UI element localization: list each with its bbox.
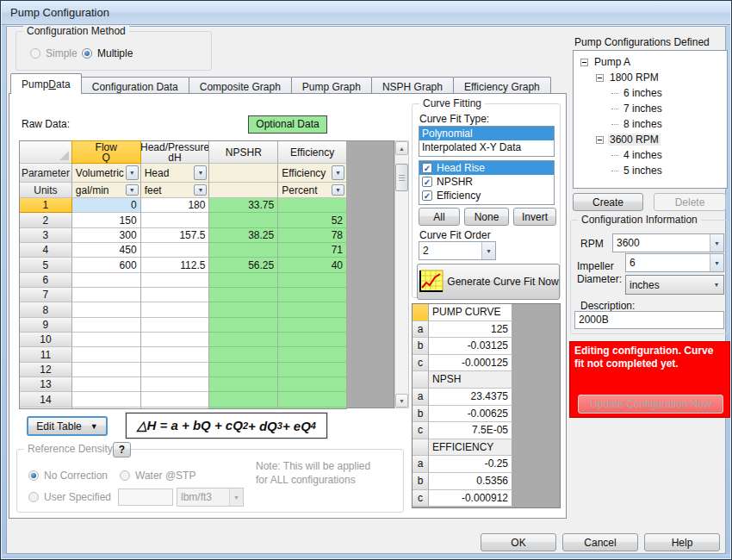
data-cell[interactable] [278,302,347,317]
tree-expander-icon[interactable] [596,74,604,82]
data-cell[interactable] [72,302,141,317]
data-cell[interactable]: 56.25 [209,258,278,272]
tree-node-4-inches[interactable]: 4 inches [574,147,727,163]
column-header-efficiency[interactable]: Efficiency [278,141,347,164]
data-cell[interactable]: 150 [72,213,141,227]
radio-water-stp[interactable]: Water @STP [120,470,195,482]
raw-data-table[interactable]: FlowQHead/PressuredHNPSHREfficiency Para… [19,140,347,409]
data-cell[interactable] [72,408,141,408]
data-cell[interactable] [141,363,210,377]
generate-curve-fit-button[interactable]: Generate Curve Fit Now [417,264,560,300]
data-cell[interactable] [72,377,141,392]
row-number[interactable]: 13 [20,377,72,392]
data-cell[interactable]: 180 [141,198,210,213]
data-cell[interactable] [141,377,210,392]
scroll-up-icon[interactable]: ▲ [395,141,408,155]
data-cell[interactable] [141,288,210,302]
ok-button[interactable]: OK [481,533,556,551]
row-number[interactable]: 12 [20,363,72,377]
data-cell[interactable] [278,408,347,408]
row-number[interactable]: 3 [20,228,72,243]
data-cell[interactable] [278,318,347,333]
data-cell[interactable] [209,243,278,258]
data-cell[interactable]: 52 [278,213,347,227]
data-cell[interactable] [209,302,278,317]
data-cell[interactable] [141,318,210,333]
data-cell[interactable] [278,392,347,407]
description-input[interactable]: 2000B [574,311,724,329]
checkbox-icon[interactable]: ✓ [422,163,432,173]
data-cell[interactable] [72,363,141,377]
data-cell[interactable] [209,392,278,407]
parameter-cell-4[interactable]: Efficiency▼ [278,164,347,183]
data-cell[interactable] [209,213,278,227]
help-question-button[interactable]: ? [113,442,131,457]
data-cell[interactable] [72,333,141,347]
row-number[interactable]: 10 [20,333,72,347]
data-cell[interactable] [278,198,347,213]
density-unit-combo[interactable]: lbm/ft3 ▼ [177,488,244,507]
density-value-input[interactable] [118,488,173,506]
data-cell[interactable]: 40 [278,258,347,272]
data-cell[interactable]: 71 [278,243,347,258]
data-cell[interactable] [141,347,210,362]
data-cell[interactable]: 300 [72,228,141,243]
data-cell[interactable] [141,408,210,408]
create-button[interactable]: Create [573,193,643,211]
radio-multiple[interactable]: Multiple [82,47,133,59]
checkbox-icon[interactable]: ✓ [422,177,432,187]
row-number[interactable]: 15 [20,408,72,408]
curve-fit-type-option[interactable]: Interpolated X-Y Data [419,140,554,154]
row-number[interactable]: 14 [20,392,72,407]
data-cell[interactable]: 157.5 [141,228,210,243]
parameter-dropdown-icon[interactable]: ▼ [126,165,139,180]
data-cell[interactable] [278,333,347,347]
data-cell[interactable]: 0 [72,198,141,213]
table-vertical-scrollbar[interactable]: ▲ ▼ [394,140,409,408]
tab-nsph-graph[interactable]: NSPH Graph [371,77,454,94]
tree-expander-icon[interactable] [596,136,604,144]
data-cell[interactable] [141,273,210,288]
units-dropdown-icon[interactable]: ▼ [126,184,139,196]
edit-table-button[interactable]: Edit Table ▼ [27,416,108,436]
data-cell[interactable] [209,273,278,288]
data-cell[interactable] [141,213,210,227]
row-number[interactable]: 2 [20,213,72,227]
data-cell[interactable]: 78 [278,228,347,243]
data-cell[interactable] [209,288,278,302]
radio-user-specified[interactable]: User Specified [28,491,111,503]
data-cell[interactable] [209,318,278,333]
tree-node-1800-rpm[interactable]: 1800 RPM [574,70,727,85]
data-cell[interactable] [72,347,141,362]
curve-fit-type-option[interactable]: Polynomial [419,127,554,140]
select-all-corner-cell[interactable] [20,141,72,164]
curve-fit-series-list[interactable]: ✓Head Rise✓NPSHR✓Efficiency [419,160,555,205]
data-cell[interactable]: 112.5 [141,258,210,272]
data-cell[interactable] [278,273,347,288]
tree-node-8-inches[interactable]: 8 inches [574,116,727,132]
data-cell[interactable] [72,318,141,333]
curve-fit-series-option[interactable]: ✓NPSHR [419,175,554,189]
select-all-button[interactable]: All [419,208,460,226]
data-cell[interactable] [209,408,278,408]
radio-no-correction[interactable]: No Correction [28,470,108,482]
row-number[interactable]: 6 [20,273,72,288]
data-cell[interactable] [209,363,278,377]
parameter-cell-2[interactable]: Head▼ [141,164,210,183]
row-number[interactable]: 1 [20,198,72,213]
row-number[interactable]: 7 [20,288,72,302]
data-cell[interactable] [141,302,210,317]
units-dropdown-icon[interactable]: ▼ [194,184,207,196]
checkbox-icon[interactable]: ✓ [422,190,432,201]
data-cell[interactable]: 38.25 [209,228,278,243]
tab-pump-data[interactable]: Pump Data [10,73,82,94]
tree-node-pump-a[interactable]: Pump A [574,54,727,70]
impeller-diameter-combo[interactable]: 6 ▼ [625,253,724,272]
data-cell[interactable] [72,288,141,302]
data-cell[interactable] [209,377,278,392]
tree-node-3600-rpm[interactable]: 3600 RPM [574,132,727,147]
column-header-flow[interactable]: FlowQ [71,140,141,164]
tree-node-6-inches[interactable]: 6 inches [574,85,727,101]
tab-composite-graph[interactable]: Composite Graph [189,77,292,94]
radio-simple[interactable]: Simple [30,47,78,59]
